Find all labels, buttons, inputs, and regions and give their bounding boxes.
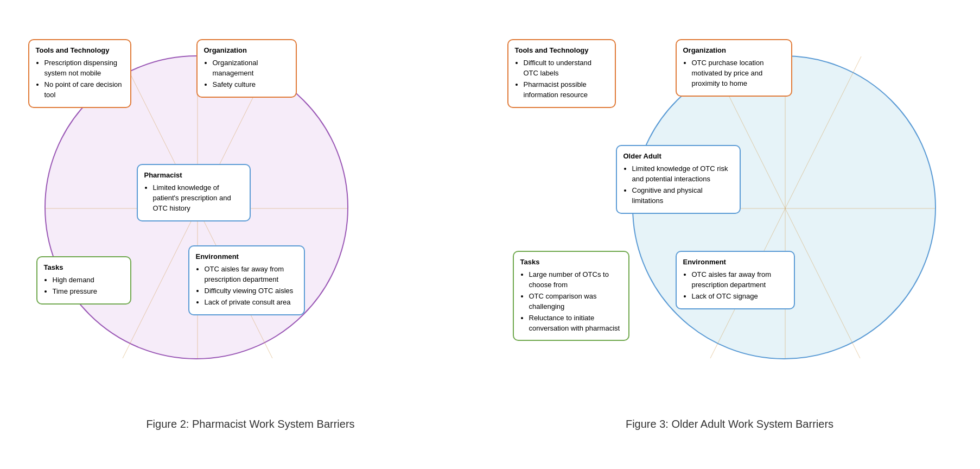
list-item: Limited knowledge of OTC risk and potent… xyxy=(632,164,733,185)
figure2-tasks-list: High demand Time pressure xyxy=(44,275,124,297)
list-item: Organizational management xyxy=(213,58,289,79)
figure3-olderadult-box: Older Adult Limited knowledge of OTC ris… xyxy=(616,145,741,214)
figure3-tasks-title: Tasks xyxy=(520,257,622,268)
figure3-tools-title: Tools and Technology xyxy=(515,46,608,56)
figure2-tasks-box: Tasks High demand Time pressure xyxy=(36,256,131,305)
figure3-tasks-list: Large number of OTCs to choose from OTC … xyxy=(520,270,622,333)
figure2-tools-title: Tools and Technology xyxy=(36,46,124,56)
figure3-tasks-box: Tasks Large number of OTCs to choose fro… xyxy=(513,251,629,341)
list-item: Lack of private consult area xyxy=(205,297,297,308)
figure2-environment-box: Environment OTC aisles far away from pre… xyxy=(188,245,305,315)
figure2-pharmacist-list: Limited knowledge of patient's prescript… xyxy=(144,183,243,214)
figure2-tasks-title: Tasks xyxy=(44,263,124,273)
figure3-org-list: OTC purchase location motivated by price… xyxy=(683,58,785,89)
list-item: Time pressure xyxy=(53,287,124,297)
figure2-container: Tools and Technology Prescription dispen… xyxy=(22,39,479,430)
figure3-olderadult-list: Limited knowledge of OTC risk and potent… xyxy=(623,164,733,206)
figure2-tools-list: Prescription dispensing system not mobil… xyxy=(36,58,124,100)
figure2-org-title: Organization xyxy=(204,46,289,56)
figure2-org-box: Organization Organizational management S… xyxy=(196,39,297,98)
figure2-environment-list: OTC aisles far away from prescription de… xyxy=(196,264,297,307)
figure2-environment-title: Environment xyxy=(196,252,297,262)
figure3-container: Tools and Technology Difficult to unders… xyxy=(501,39,958,430)
list-item: Large number of OTCs to choose from xyxy=(529,270,622,290)
figure2-caption: Figure 2: Pharmacist Work System Barrier… xyxy=(146,418,354,430)
list-item: Pharmacist possible information resource xyxy=(524,80,608,100)
page-container: Tools and Technology Prescription dispen… xyxy=(0,23,980,447)
figure2-pharmacist-title: Pharmacist xyxy=(144,170,243,181)
figure3-tools-list: Difficult to understand OTC labels Pharm… xyxy=(515,58,608,100)
figure2-org-list: Organizational management Safety culture xyxy=(204,58,289,90)
list-item: Reluctance to initiate conversation with… xyxy=(529,313,622,334)
figure3-olderadult-title: Older Adult xyxy=(623,151,733,162)
figure3-caption: Figure 3: Older Adult Work System Barrie… xyxy=(626,418,833,430)
figure3-environment-title: Environment xyxy=(683,257,787,268)
list-item: Limited knowledge of patient's prescript… xyxy=(153,183,243,214)
list-item: Safety culture xyxy=(213,80,289,90)
figure2-diagram: Tools and Technology Prescription dispen… xyxy=(28,39,473,408)
list-item: OTC aisles far away from prescription de… xyxy=(692,270,787,290)
figure3-environment-box: Environment OTC aisles far away from pre… xyxy=(676,251,795,309)
list-item: High demand xyxy=(53,275,124,286)
list-item: Difficult to understand OTC labels xyxy=(524,58,608,79)
figure3-org-title: Organization xyxy=(683,46,785,56)
figure3-org-box: Organization OTC purchase location motiv… xyxy=(676,39,792,97)
list-item: OTC comparison was challenging xyxy=(529,291,622,312)
list-item: Difficulty viewing OTC aisles xyxy=(205,286,297,296)
list-item: Prescription dispensing system not mobil… xyxy=(44,58,124,79)
list-item: No point of care decision tool xyxy=(44,80,124,100)
list-item: Lack of OTC signage xyxy=(692,291,787,302)
list-item: OTC aisles far away from prescription de… xyxy=(205,264,297,285)
figure2-pharmacist-box: Pharmacist Limited knowledge of patient'… xyxy=(137,164,251,221)
figure3-diagram: Tools and Technology Difficult to unders… xyxy=(507,39,952,408)
list-item: Cognitive and physical limitations xyxy=(632,186,733,206)
list-item: OTC purchase location motivated by price… xyxy=(692,58,785,89)
figure3-tools-box: Tools and Technology Difficult to unders… xyxy=(507,39,616,108)
figure2-tools-box: Tools and Technology Prescription dispen… xyxy=(28,39,131,108)
figure3-environment-list: OTC aisles far away from prescription de… xyxy=(683,270,787,302)
